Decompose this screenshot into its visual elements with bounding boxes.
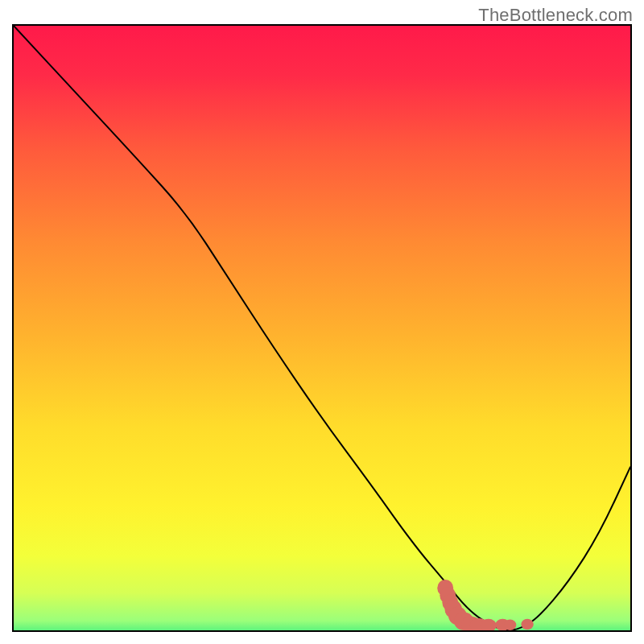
svg-point-11 — [504, 619, 516, 630]
curve-path — [14, 26, 630, 630]
marker-cluster — [437, 580, 533, 630]
figure-root: TheBottleneck.com — [0, 0, 644, 644]
line-curve — [14, 26, 630, 630]
plot-area — [12, 24, 632, 632]
svg-point-12 — [521, 619, 533, 630]
watermark-text: TheBottleneck.com — [478, 5, 633, 26]
